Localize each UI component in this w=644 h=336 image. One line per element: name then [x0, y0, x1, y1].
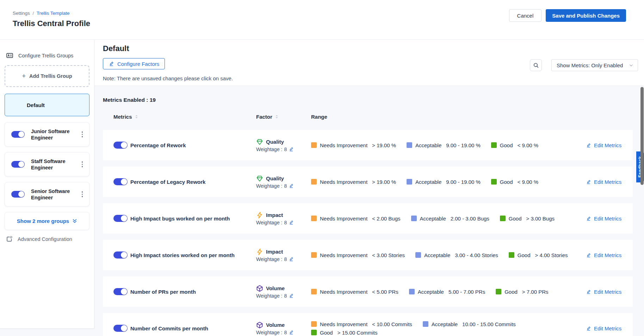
edit-pencil-icon [586, 143, 591, 148]
kebab-menu-icon[interactable] [80, 129, 85, 139]
range-color-swatch [423, 321, 428, 327]
range-level-label: Needs Improvement [320, 216, 367, 222]
range-chip: Needs Improvement > 19.00 % [311, 142, 396, 148]
save-and-publish-button[interactable]: Save and Publish Changes [546, 9, 626, 22]
metrics-enabled-count: Metrics Enabled : 19 [103, 97, 644, 103]
page-title: Trellis Central Profile [13, 19, 90, 28]
table-header-row: Metrics Factor Range [103, 112, 633, 121]
range-chip: Acceptable 3.00 - 4.00 Stories [415, 252, 498, 258]
metric-name: Number of PRs per month [130, 289, 256, 295]
group-heading: Default [103, 44, 644, 53]
range-color-swatch [311, 179, 317, 185]
range-value: 2.00 - 3.00 Bugs [451, 216, 489, 222]
range-chip: Needs Improvement < 3.00 Stories [311, 252, 405, 258]
range-cell: Needs Improvement < 10.00 Commits Accept… [311, 321, 530, 336]
edit-weightage-pencil-icon[interactable] [289, 330, 294, 335]
metric-enabled-toggle[interactable] [113, 142, 128, 149]
lightning-factor-icon [256, 248, 263, 255]
range-level-label: Good [518, 252, 531, 258]
cube-factor-icon [256, 285, 263, 292]
range-cell: Needs Improvement < 5.00 PRs Acceptable … [311, 289, 586, 295]
edit-weightage-pencil-icon[interactable] [289, 147, 294, 152]
breadcrumb-trellis-template-link[interactable]: Trellis Template [37, 11, 70, 16]
add-trellis-group-button[interactable]: + Add Trellis Group [5, 65, 89, 87]
range-color-swatch [311, 289, 317, 294]
metric-table-row: Number of Commits per month Volume Weigh… [103, 313, 633, 336]
range-level-label: Good [500, 179, 513, 185]
metric-enabled-toggle[interactable] [113, 288, 128, 295]
edit-pencil-icon [586, 326, 591, 331]
metric-enabled-toggle[interactable] [113, 325, 128, 332]
vertical-scrollbar-thumb[interactable] [640, 87, 644, 185]
range-color-swatch [491, 142, 497, 148]
main-header-area: Default Configure Factors Note: There ar… [94, 40, 644, 86]
metric-enabled-toggle[interactable] [113, 178, 128, 185]
edit-metrics-link[interactable]: Edit Metrics [586, 216, 633, 222]
metric-name: Percentage of Rework [130, 142, 256, 148]
show-more-groups-button[interactable]: Show 2 more groups [5, 212, 89, 230]
trellis-group-list: Junior Software Engineer Staff Software … [5, 122, 89, 206]
kebab-menu-icon[interactable] [80, 189, 85, 199]
edit-weightage-pencil-icon[interactable] [289, 256, 294, 262]
metric-name: Percentage of Legacy Rework [130, 179, 256, 185]
range-chip: Acceptable 9.00 - 19.00 % [407, 179, 481, 185]
range-cell: Needs Improvement < 2.00 Bugs Acceptable… [311, 216, 586, 222]
range-chip: Needs Improvement > 19.00 % [311, 179, 396, 185]
metric-enabled-toggle[interactable] [113, 251, 128, 259]
sort-icon[interactable] [274, 114, 279, 119]
column-header-range: Range [311, 114, 586, 120]
configure-factors-button[interactable]: Configure Factors [103, 58, 165, 69]
breadcrumb-settings-link[interactable]: Settings [13, 11, 30, 16]
chevron-down-icon [629, 63, 633, 68]
trellis-group-card[interactable]: Junior Software Engineer [5, 122, 89, 147]
factor-label: Impact [266, 212, 283, 218]
range-color-swatch [311, 321, 317, 327]
range-color-swatch [491, 179, 497, 185]
metric-table-row: Percentage of Rework Quality Weightage :… [103, 130, 633, 160]
edit-metrics-link[interactable]: Edit Metrics [586, 142, 633, 148]
range-color-swatch [311, 330, 317, 335]
trellis-group-card[interactable]: Staff Software Engineer [5, 152, 89, 176]
range-level-label: Acceptable [420, 216, 446, 222]
group-enabled-toggle[interactable] [11, 161, 25, 168]
range-cell: Needs Improvement > 19.00 % Acceptable 9… [311, 142, 586, 148]
range-value: > 4.00 Stories [535, 252, 568, 258]
trellis-group-card[interactable]: Senior Software Engineer [5, 182, 89, 206]
double-chevron-down-icon [72, 219, 77, 224]
edit-pencil-icon [109, 61, 114, 67]
edit-pencil-icon [586, 179, 591, 185]
range-color-swatch [409, 289, 415, 294]
edit-metrics-link[interactable]: Edit Metrics [586, 252, 633, 258]
factor-label: Quality [266, 175, 284, 181]
group-name: Staff Software Engineer [31, 158, 74, 171]
range-value: 3.00 - 4.00 Stories [455, 252, 498, 258]
metric-enabled-toggle[interactable] [113, 215, 128, 222]
sidebar-item-default-group[interactable]: Default [5, 94, 89, 116]
edit-metrics-link[interactable]: Edit Metrics [586, 325, 633, 331]
metric-table-row: High Impact stories worked on per month … [103, 240, 633, 270]
edit-metrics-link[interactable]: Edit Metrics [586, 289, 633, 295]
metric-table-row: Number of PRs per month Volume Weightage… [103, 276, 633, 307]
advanced-configuration-link[interactable]: Advanced Configuration [5, 236, 89, 242]
show-metrics-dropdown[interactable]: Show Metrics: Only Enabled [551, 59, 638, 71]
group-enabled-toggle[interactable] [11, 191, 25, 198]
group-name: Senior Software Engineer [31, 188, 74, 201]
kebab-menu-icon[interactable] [80, 159, 85, 169]
top-header: Settings / Trellis Template Trellis Cent… [0, 0, 644, 40]
sidebar-section-title: Configure Trellis Groups [18, 53, 73, 58]
edit-weightage-pencil-icon[interactable] [289, 183, 294, 188]
range-level-label: Acceptable [432, 321, 458, 327]
configure-trellis-groups-section: Configure Trellis Groups [5, 52, 89, 59]
metric-name: High Impact stories worked on per month [130, 252, 256, 258]
search-button[interactable] [530, 59, 542, 71]
cancel-button[interactable]: Cancel [509, 9, 542, 22]
edit-weightage-pencil-icon[interactable] [289, 293, 294, 298]
range-color-swatch [311, 252, 317, 258]
edit-metrics-link[interactable]: Edit Metrics [586, 179, 633, 185]
edit-weightage-pencil-icon[interactable] [289, 220, 294, 225]
group-enabled-toggle[interactable] [11, 131, 25, 138]
range-cell: Needs Improvement < 3.00 Stories Accepta… [311, 252, 586, 258]
sort-icon[interactable] [134, 114, 139, 119]
metric-name: High Impact bugs worked on per month [130, 216, 256, 222]
range-value: < 10.00 Commits [372, 321, 412, 327]
